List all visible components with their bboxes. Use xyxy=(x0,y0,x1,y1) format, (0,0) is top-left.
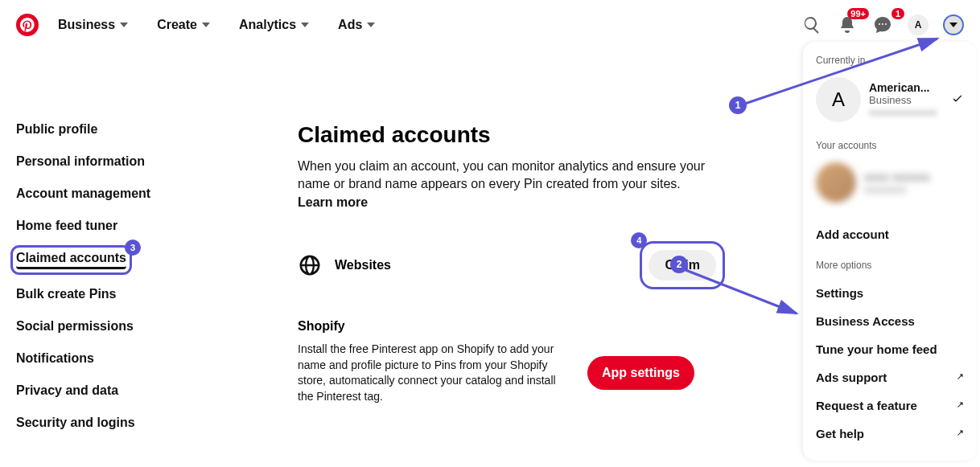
dd-current-account[interactable]: A American... Business xxxxxxxxxxxxx xyxy=(813,74,967,125)
search-icon[interactable] xyxy=(801,14,822,35)
websites-section: Websites Claim 4 xyxy=(298,250,716,281)
dd-hidden-name: xxxx xxxxxx xyxy=(864,170,964,183)
sidebar-item-personal-info[interactable]: Personal information xyxy=(16,154,193,169)
dd-business-access[interactable]: Business Access xyxy=(813,307,967,335)
globe-icon xyxy=(298,253,322,277)
dd-other-account[interactable]: xxxx xxxxxx xxxxxxxx xyxy=(813,159,967,206)
dd-avatar-blurred xyxy=(816,162,856,203)
callout-badge-1: 1 xyxy=(729,96,747,114)
external-link-icon xyxy=(954,429,964,439)
chevron-down-icon xyxy=(367,23,375,27)
shopify-section: Shopify Install the free Pinterest app o… xyxy=(298,319,716,404)
dd-avatar: A xyxy=(816,77,861,122)
dd-tune-feed[interactable]: Tune your home feed xyxy=(813,335,967,363)
chevron-down-icon xyxy=(949,23,957,27)
nav-ads[interactable]: Ads xyxy=(328,11,385,39)
page-description: When you claim an account, you can monit… xyxy=(298,158,716,211)
nav-analytics[interactable]: Analytics xyxy=(229,11,319,39)
pinterest-logo[interactable] xyxy=(16,14,39,36)
notification-badge: 99+ xyxy=(847,8,869,19)
sidebar-item-home-feed[interactable]: Home feed tuner xyxy=(16,219,193,233)
sidebar-item-public-profile[interactable]: Public profile xyxy=(16,122,193,137)
dd-ads-support[interactable]: Ads support xyxy=(813,363,967,391)
chevron-down-icon xyxy=(120,23,128,27)
sidebar-item-bulk-create[interactable]: Bulk create Pins xyxy=(16,287,193,301)
external-link-icon xyxy=(954,373,964,383)
dd-currently-in-label: Currently in xyxy=(813,55,967,66)
dd-hidden-sub: xxxxxxxx xyxy=(864,183,964,195)
dd-add-account[interactable]: Add account xyxy=(813,220,967,248)
chevron-down-icon xyxy=(301,23,309,27)
notifications-icon[interactable]: 99+ xyxy=(837,14,858,35)
content: Claimed accounts When you claim an accou… xyxy=(298,50,716,430)
shopify-description: Install the free Pinterest app on Shopif… xyxy=(298,342,571,404)
nav-business[interactable]: Business xyxy=(48,11,138,39)
dd-account-type: Business xyxy=(869,94,943,106)
sidebar: Public profile Personal information Acco… xyxy=(16,50,193,430)
websites-label: Websites xyxy=(335,258,636,272)
dd-settings[interactable]: Settings xyxy=(813,279,967,307)
avatar[interactable]: A xyxy=(908,14,929,35)
callout-badge-3: 3 xyxy=(125,240,141,256)
callout-badge-2: 2 xyxy=(670,256,688,273)
shopify-title: Shopify xyxy=(298,319,716,334)
sidebar-item-notifications[interactable]: Notifications xyxy=(16,351,193,366)
messages-icon[interactable]: 1 xyxy=(872,14,893,35)
header-right: 99+ 1 A xyxy=(801,14,964,35)
chevron-down-icon xyxy=(202,23,210,27)
dd-account-name: American... xyxy=(869,81,943,94)
sidebar-item-claimed-accounts[interactable]: Claimed accounts xyxy=(16,251,126,269)
dd-your-accounts-label: Your accounts xyxy=(813,140,967,151)
external-link-icon xyxy=(954,401,964,411)
dd-get-help[interactable]: Get help xyxy=(813,420,967,448)
message-badge: 1 xyxy=(891,8,904,19)
sidebar-item-security[interactable]: Security and logins xyxy=(16,416,193,430)
sidebar-item-privacy[interactable]: Privacy and data xyxy=(16,383,193,398)
sidebar-item-social-perms[interactable]: Social permissions xyxy=(16,319,193,334)
account-dropdown: Currently in A American... Business xxxx… xyxy=(803,42,977,461)
sidebar-item-account-mgmt[interactable]: Account management xyxy=(16,186,193,201)
dd-more-options-label: More options xyxy=(813,260,967,271)
learn-more-link[interactable]: Learn more xyxy=(298,195,368,209)
dd-account-hidden: xxxxxxxxxxxxx xyxy=(869,106,943,118)
app-settings-button[interactable]: App settings xyxy=(587,356,694,390)
page-title: Claimed accounts xyxy=(298,122,716,148)
dd-request-feature[interactable]: Request a feature xyxy=(813,391,967,420)
check-icon xyxy=(951,92,964,108)
account-menu-toggle[interactable] xyxy=(943,14,964,35)
nav-create[interactable]: Create xyxy=(147,11,220,39)
callout-badge-4: 4 xyxy=(631,232,647,248)
